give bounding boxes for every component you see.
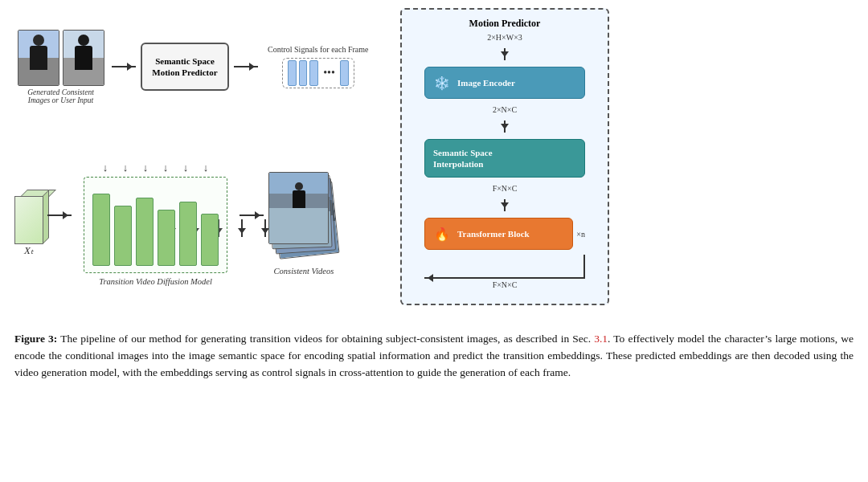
xt-label: Xₜ xyxy=(24,244,34,257)
right-section: Motion Predictor 2×H×W×3 ❄️ Image Encode… xyxy=(400,8,609,305)
diff-bar-3 xyxy=(136,198,154,266)
diffusion-model-area: ↓ ↓ ↓ ↓ ↓ ↓ Transit xyxy=(84,161,227,286)
diff-bar-5 xyxy=(179,202,197,266)
caption-text-1: The pipeline of our method for generatin… xyxy=(57,333,594,345)
person-image-1 xyxy=(18,30,59,86)
diff-bar-1 xyxy=(92,194,110,266)
diagram-area: Generated ConsistentImages or User Input… xyxy=(14,8,854,321)
diffusion-label: Transition Video Diffusion Model xyxy=(99,277,212,286)
diffusion-down-arrow-1: ↓ xyxy=(96,161,114,174)
diffusion-down-arrow-4: ↓ xyxy=(157,161,174,174)
bracket-bottom-line xyxy=(424,277,585,279)
mp-image-encoder-block: ❄️ Image Encoder xyxy=(424,67,585,99)
diffusion-box xyxy=(84,177,227,273)
control-frame-3 xyxy=(309,60,318,86)
control-frame-1 xyxy=(288,60,297,86)
mp-arrow-1 xyxy=(504,48,506,60)
diff-bar-2 xyxy=(114,206,132,266)
snowflake-icon: ❄️ xyxy=(433,74,451,92)
mp-transformer-block: 🔥 Transformer Block xyxy=(424,218,573,250)
mp-dim4: F×N×C xyxy=(493,280,518,289)
person-silhouette-1 xyxy=(30,35,47,70)
return-bracket xyxy=(424,255,585,279)
return-arrow-wrapper xyxy=(424,255,585,279)
control-frame-2 xyxy=(299,60,308,86)
diff-bar-6 xyxy=(201,214,219,266)
video-frame-4 xyxy=(268,172,329,244)
diffusion-down-arrow-3: ↓ xyxy=(137,161,154,174)
diffusion-down-arrow-5: ↓ xyxy=(177,161,194,174)
bracket-right-line xyxy=(583,255,585,279)
mp-semantic-block: Semantic SpaceInterpolation xyxy=(424,139,585,178)
arrow-diffusion-to-videos xyxy=(240,214,264,216)
control-signals-label: Control Signals for each Frame xyxy=(268,45,369,54)
arrow-input-to-predictor xyxy=(112,66,136,67)
input-images-caption: Generated ConsistentImages or User Input xyxy=(14,88,107,104)
mp-image-encoder-label: Image Encoder xyxy=(457,78,576,88)
videos-area: Consistent Videos xyxy=(268,172,340,276)
diffusion-down-arrow-2: ↓ xyxy=(117,161,134,174)
diffusion-top-arrows: ↓ ↓ ↓ ↓ ↓ ↓ xyxy=(96,161,215,174)
motion-predictor-box: Semantic Space Motion Predictor xyxy=(141,43,229,91)
caption-area: Figure 3: The pipeline of our method for… xyxy=(14,331,854,382)
mp-semantic-label: Semantic SpaceInterpolation xyxy=(433,147,576,170)
mp-xn-label: ×n xyxy=(576,230,585,239)
transformer-row: 🔥 Transformer Block ×n xyxy=(424,218,585,250)
control-frame-4 xyxy=(340,60,349,86)
mp-arrow-2 xyxy=(504,120,506,133)
diff-bar-4 xyxy=(158,210,175,266)
arrow-xt-to-diffusion xyxy=(47,214,72,216)
video-person-silhouette-2 xyxy=(293,182,305,208)
control-signals-area: Control Signals for each Frame ••• xyxy=(268,45,369,88)
fire-icon: 🔥 xyxy=(433,225,451,243)
xt-side-face xyxy=(43,190,49,244)
diffusion-down-arrow-6: ↓ xyxy=(197,161,215,174)
videos-label: Consistent Videos xyxy=(274,267,334,276)
top-row: Generated ConsistentImages or User Input… xyxy=(14,14,384,119)
xt-area: Xₜ xyxy=(14,190,43,257)
mp-dim2: 2×N×C xyxy=(493,105,517,114)
caption-ref: 3.1 xyxy=(594,333,608,345)
input-images xyxy=(18,30,104,86)
mp-dim1: 2×H×W×3 xyxy=(487,33,522,42)
mp-transformer-label: Transformer Block xyxy=(457,229,564,239)
video-stack xyxy=(268,172,340,260)
arrow-predictor-to-signals xyxy=(234,66,258,67)
main-container: Generated ConsistentImages or User Input… xyxy=(0,0,868,482)
control-frames-dots: ••• xyxy=(323,67,335,80)
left-section: Generated ConsistentImages or User Input… xyxy=(14,8,384,321)
mp-dim3: F×N×C xyxy=(493,184,518,193)
control-frames-outline: ••• xyxy=(282,58,354,88)
xt-front-face xyxy=(14,196,43,244)
xt-shape xyxy=(14,190,43,238)
mp-title: Motion Predictor xyxy=(469,18,541,30)
person-image-2 xyxy=(63,30,104,86)
caption-figure-label: Figure 3: xyxy=(14,333,57,345)
person-silhouette-2 xyxy=(75,35,92,70)
bottom-row: Xₜ ↓ ↓ ↓ ↓ ↓ ↓ xyxy=(14,143,384,304)
mp-arrow-3 xyxy=(504,199,506,211)
input-images-group: Generated ConsistentImages or User Input xyxy=(14,30,107,104)
bracket-arrow xyxy=(424,274,433,282)
